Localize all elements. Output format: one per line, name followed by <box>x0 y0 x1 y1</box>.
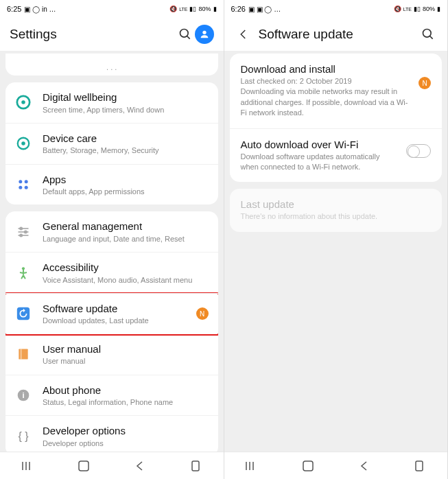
item-sub: Default apps, App permissions <box>43 187 209 196</box>
item-sub: Language and input, Date and time, Reset <box>43 234 209 244</box>
item-sub: There's no information about this update… <box>241 211 432 222</box>
home-button[interactable] <box>291 456 325 476</box>
svg-rect-26 <box>79 461 89 471</box>
svg-rect-34 <box>416 461 423 471</box>
truncated-card: . . . <box>5 54 218 75</box>
wellbeing-icon <box>15 94 32 110</box>
item-sub: Download updates, Last update <box>43 316 191 325</box>
svg-point-2 <box>202 31 206 34</box>
settings-list: . . . Digital wellbeingScreen time, App … <box>0 51 224 452</box>
item-apps[interactable]: AppsDefault apps, App permissions <box>5 165 218 205</box>
item-user-manual[interactable]: User manualUser manual <box>5 334 218 375</box>
item-general-management[interactable]: General managementLanguage and input, Da… <box>5 211 218 253</box>
svg-point-16 <box>20 234 22 236</box>
item-about-phone[interactable]: i About phoneStatus, Legal information, … <box>5 375 218 417</box>
item-auto-download[interactable]: Auto download over Wi-Fi Download softwa… <box>230 129 443 183</box>
battery-text: 80% <box>198 5 211 12</box>
last-update-card: Last update There's no information about… <box>230 189 443 231</box>
status-time: 6:25 <box>7 5 21 13</box>
home-button[interactable] <box>67 456 101 476</box>
recents-button[interactable] <box>235 456 269 476</box>
apps-icon <box>15 176 32 193</box>
settings-group: Digital wellbeingScreen time, App timers… <box>5 82 218 205</box>
item-title: General management <box>43 220 209 233</box>
item-title: Digital wellbeing <box>43 91 209 104</box>
auto-download-toggle[interactable] <box>406 144 431 158</box>
about-icon: i <box>15 387 32 404</box>
svg-rect-33 <box>303 461 313 471</box>
svg-point-9 <box>19 186 22 189</box>
back-button[interactable] <box>122 456 156 476</box>
update-icon <box>15 305 32 322</box>
item-accessibility[interactable]: AccessibilityVoice Assistant, Mono audio… <box>5 253 218 294</box>
item-sub: Battery, Storage, Memory, Security <box>43 145 209 155</box>
item-title: Device care <box>43 132 209 145</box>
item-device-care[interactable]: Device careBattery, Storage, Memory, Sec… <box>5 124 218 165</box>
item-download-install[interactable]: Download and install Last checked on: 2 … <box>230 54 443 129</box>
svg-line-1 <box>187 36 189 39</box>
battery-icon: ▮ <box>437 5 440 12</box>
accessibility-icon <box>15 265 32 281</box>
svg-point-14 <box>20 227 22 229</box>
back-button[interactable] <box>234 25 253 44</box>
item-title: Accessibility <box>43 261 209 274</box>
svg-point-8 <box>25 180 28 183</box>
general-icon <box>15 224 32 240</box>
update-header: Software update <box>224 18 448 51</box>
status-bar: 6:26 ▣ ▣ ◯ … 🔇 LTE ▮▯ 80% ▮ <box>224 0 448 18</box>
battery-icon: ▮ <box>213 5 217 12</box>
volte-icon: LTE <box>403 7 412 12</box>
svg-point-6 <box>21 141 25 145</box>
manual-icon <box>15 346 32 362</box>
item-sub: Developer options <box>43 439 209 448</box>
recents-button[interactable] <box>11 456 45 476</box>
update-content: Download and install Last checked on: 2 … <box>224 51 448 452</box>
notification-badge: N <box>418 77 431 89</box>
item-sub: User manual <box>43 356 209 366</box>
volte-icon: LTE <box>179 7 187 12</box>
item-title: Software update <box>43 302 191 316</box>
svg-rect-20 <box>21 349 22 360</box>
side-panel-button[interactable] <box>178 456 213 476</box>
item-title: About phone <box>43 384 209 397</box>
svg-point-0 <box>180 30 188 38</box>
settings-group: General managementLanguage and input, Da… <box>5 211 218 452</box>
settings-header: Settings <box>0 18 224 51</box>
svg-point-10 <box>25 186 28 189</box>
navigation-bar <box>0 452 224 479</box>
signal-icon: ▮▯ <box>414 5 421 12</box>
update-actions-card: Download and install Last checked on: 2 … <box>230 54 443 182</box>
status-bar: 6:25 ▣ ◯ in … 🔇 LTE ▮▯ 80% ▮ <box>0 0 224 18</box>
svg-point-17 <box>22 267 25 270</box>
item-title: User manual <box>43 342 209 356</box>
search-button[interactable] <box>176 25 195 44</box>
side-panel-button[interactable] <box>402 456 436 476</box>
item-software-update[interactable]: Software updateDownload updates, Last up… <box>5 294 218 334</box>
item-developer-options[interactable]: { } Developer optionsDeveloper options <box>5 416 218 452</box>
account-avatar[interactable] <box>195 25 214 44</box>
item-sub: Download software updates automatically … <box>241 152 400 173</box>
svg-point-7 <box>19 180 22 183</box>
svg-text:i: i <box>22 390 24 399</box>
item-digital-wellbeing[interactable]: Digital wellbeingScreen time, App timers… <box>5 82 218 124</box>
item-title: Developer options <box>43 424 209 438</box>
svg-point-15 <box>25 231 27 233</box>
item-title: Apps <box>43 173 209 187</box>
item-last-update: Last update There's no information about… <box>230 189 443 231</box>
item-sub: Status, Legal information, Phone name <box>43 397 209 407</box>
item-title: Download and install <box>241 63 414 75</box>
item-title: Last update <box>241 198 432 210</box>
item-sub: Voice Assistant, Mono audio, Assistant m… <box>43 275 209 285</box>
svg-point-28 <box>423 30 432 38</box>
item-sub: Screen time, App timers, Wind down <box>43 105 209 115</box>
svg-rect-19 <box>19 349 27 360</box>
status-app-icons: ▣ ◯ in … <box>24 5 56 13</box>
search-button[interactable] <box>418 25 438 44</box>
navigation-bar <box>224 452 448 479</box>
software-update-screen: 6:26 ▣ ▣ ◯ … 🔇 LTE ▮▯ 80% ▮ Software upd… <box>224 0 449 479</box>
dev-icon: { } <box>15 428 32 445</box>
back-button[interactable] <box>346 456 381 476</box>
settings-screen: 6:25 ▣ ◯ in … 🔇 LTE ▮▯ 80% ▮ Settings . … <box>0 0 224 479</box>
svg-rect-27 <box>192 461 199 471</box>
battery-text: 80% <box>423 5 435 12</box>
